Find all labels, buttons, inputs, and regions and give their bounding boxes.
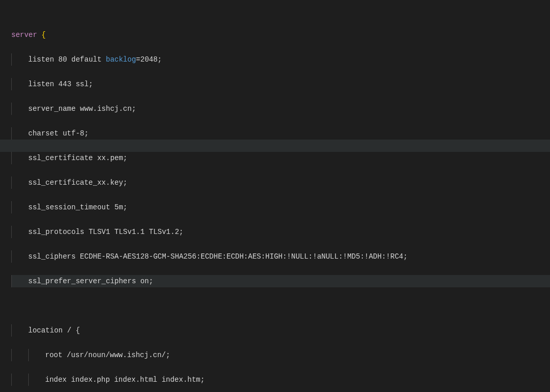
code-line: ssl_session_timeout 5m; bbox=[11, 201, 550, 213]
code-line: index index.php index.html index.htm; bbox=[11, 374, 550, 386]
code-line: ssl_ciphers ECDHE-RSA-AES128-GCM-SHA256:… bbox=[11, 250, 550, 263]
code-line-blank bbox=[11, 300, 550, 312]
code-line: ssl_certificate_xx.key; bbox=[11, 177, 550, 189]
code-line: ssl_protocols TLSV1 TLSv1.1 TLSv1.2; bbox=[11, 226, 550, 238]
code-editor[interactable]: server { listen 80 default backlog=2048;… bbox=[0, 0, 550, 392]
code-line-highlighted: ssl_prefer_server_ciphers on; bbox=[11, 275, 550, 287]
code-line: charset utf-8; bbox=[11, 127, 550, 140]
code-line: listen 443 ssl; bbox=[11, 78, 550, 90]
code-line: listen 80 default backlog=2048; bbox=[11, 53, 550, 66]
code-line: location / { bbox=[11, 324, 550, 337]
code-line: ssl_certificate xx.pem; bbox=[11, 152, 550, 164]
code-line: server_name www.ishcj.cn; bbox=[11, 103, 550, 115]
code-line: root /usr/noun/www.ishcj.cn/; bbox=[11, 349, 550, 361]
code-line: server { bbox=[11, 29, 550, 41]
